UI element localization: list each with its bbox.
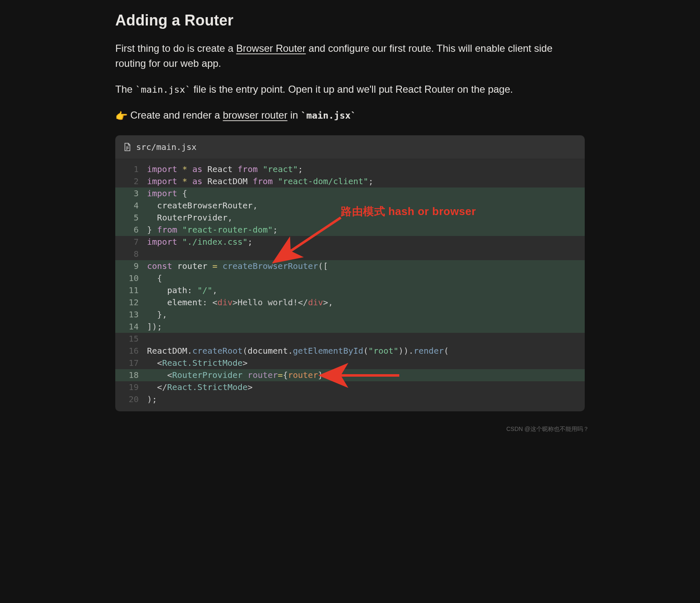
- line-number: 5: [115, 212, 147, 224]
- line-number: 17: [115, 357, 147, 369]
- link-browser-router-2[interactable]: browser router: [223, 109, 287, 121]
- code-header: src/main.jsx: [115, 135, 585, 159]
- file-icon: [124, 142, 131, 152]
- code-line: 14]);: [115, 321, 585, 333]
- code-line: 11 path: "/",: [115, 284, 585, 296]
- code-line: 1import * as React from "react";: [115, 163, 585, 175]
- code-content: <RouterProvider router={router} />: [147, 369, 585, 381]
- line-number: 19: [115, 381, 147, 393]
- line-number: 15: [115, 333, 147, 345]
- code-line: 5 RouterProvider,: [115, 212, 585, 224]
- code-line: 3import {: [115, 187, 585, 200]
- code-content: </React.StrictMode>: [147, 381, 585, 393]
- line-number: 2: [115, 175, 147, 187]
- code-line: 10 {: [115, 272, 585, 284]
- text: First thing to do is create a: [115, 43, 236, 54]
- code-line: 6} from "react-router-dom";: [115, 224, 585, 236]
- line-number: 12: [115, 296, 147, 309]
- watermark-text: CSDN @这个昵称也不能用吗？: [506, 426, 589, 433]
- code-line: 19 </React.StrictMode>: [115, 381, 585, 393]
- code-content: import {: [147, 187, 585, 200]
- code-content: const router = createBrowserRouter([: [147, 260, 585, 272]
- code-content: path: "/",: [147, 284, 585, 296]
- text: The: [115, 84, 135, 95]
- line-number: 13: [115, 309, 147, 321]
- code-body: 1import * as React from "react";2import …: [115, 159, 585, 411]
- code-content: },: [147, 309, 585, 321]
- line-number: 7: [115, 236, 147, 248]
- code-content: <React.StrictMode>: [147, 357, 585, 369]
- code-content: );: [147, 393, 585, 405]
- line-number: 14: [115, 321, 147, 333]
- line-number: 4: [115, 200, 147, 212]
- code-line: 8: [115, 248, 585, 260]
- code-content: import * as React from "react";: [147, 163, 585, 175]
- line-number: 11: [115, 284, 147, 296]
- inline-code: `main.jsx`: [135, 84, 190, 95]
- code-filename: src/main.jsx: [136, 142, 197, 152]
- line-number: 1: [115, 163, 147, 175]
- paragraph-1: First thing to do is create a Browser Ro…: [115, 41, 585, 71]
- text: file is the entry point. Open it up and …: [190, 84, 513, 95]
- text: in: [287, 109, 301, 121]
- code-line: 4 createBrowserRouter,: [115, 200, 585, 212]
- code-line: 13 },: [115, 309, 585, 321]
- line-number: 9: [115, 260, 147, 272]
- pointing-hand-icon: 👉: [115, 109, 128, 124]
- section-heading: Adding a Router: [115, 12, 585, 29]
- line-number: 16: [115, 345, 147, 357]
- line-number: 3: [115, 187, 147, 200]
- line-number: 6: [115, 224, 147, 236]
- line-number: 20: [115, 393, 147, 405]
- paragraph-2: The `main.jsx` file is the entry point. …: [115, 82, 585, 97]
- text: Create and render a: [130, 109, 223, 121]
- code-line: 15: [115, 333, 585, 345]
- code-line: 2import * as ReactDOM from "react-dom/cl…: [115, 175, 585, 187]
- code-line: 18 <RouterProvider router={router} />: [115, 369, 585, 381]
- code-content: import "./index.css";: [147, 236, 585, 248]
- code-line: 7import "./index.css";: [115, 236, 585, 248]
- code-content: ]);: [147, 321, 585, 333]
- code-content: } from "react-router-dom";: [147, 224, 585, 236]
- code-content: ReactDOM.createRoot(document.getElementB…: [147, 345, 585, 357]
- top-cropped-pills: [0, 0, 700, 3]
- cta-line: 👉Create and render a browser router in `…: [115, 108, 585, 123]
- code-content: {: [147, 272, 585, 284]
- code-line: 16ReactDOM.createRoot(document.getElemen…: [115, 345, 585, 357]
- line-number: 8: [115, 248, 147, 260]
- code-line: 20);: [115, 393, 585, 405]
- code-content: createBrowserRouter,: [147, 200, 585, 212]
- code-content: import * as ReactDOM from "react-dom/cli…: [147, 175, 585, 187]
- article-body: Adding a Router First thing to do is cre…: [104, 3, 596, 436]
- code-line: 17 <React.StrictMode>: [115, 357, 585, 369]
- code-content: element: <div>Hello world!</div>,: [147, 296, 585, 309]
- code-card: src/main.jsx 1import * as React from "re…: [115, 135, 585, 411]
- line-number: 18: [115, 369, 147, 381]
- line-number: 10: [115, 272, 147, 284]
- inline-code: `main.jsx`: [301, 110, 356, 121]
- link-browser-router[interactable]: Browser Router: [236, 43, 306, 54]
- code-line: 9const router = createBrowserRouter([: [115, 260, 585, 272]
- code-line: 12 element: <div>Hello world!</div>,: [115, 296, 585, 309]
- code-content: RouterProvider,: [147, 212, 585, 224]
